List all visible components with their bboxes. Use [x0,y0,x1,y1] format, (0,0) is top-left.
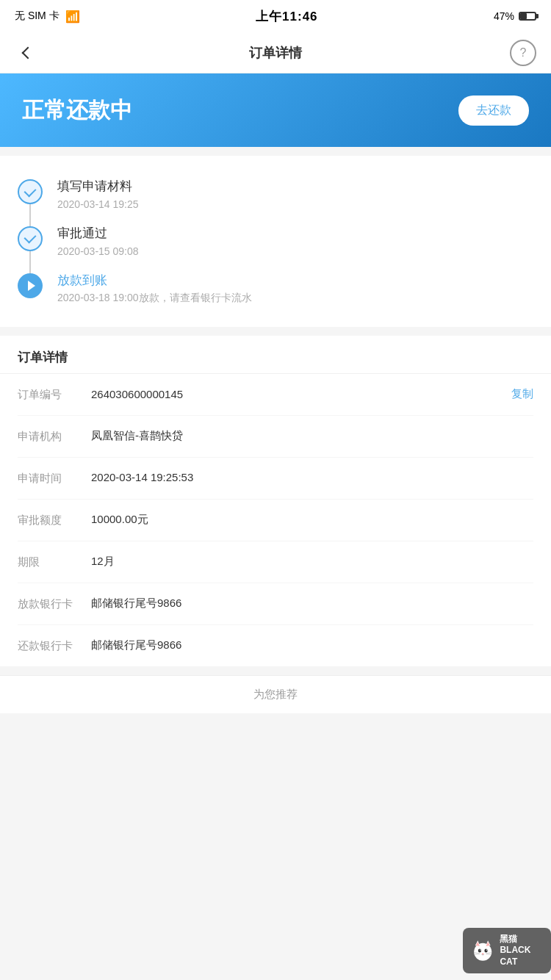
help-button[interactable]: ? [510,40,536,66]
label-term: 期限 [18,555,91,569]
label-approved-amount: 审批额度 [18,513,91,527]
svg-point-8 [486,949,487,950]
status-carrier: 无 SIM 卡 📶 [15,10,80,24]
timeline-item-1: 填写申请材料 2020-03-14 19:25 [18,170,533,217]
back-arrow-icon [22,46,35,59]
nav-bar: 订单详情 ? [0,32,551,73]
value-loan-card: 邮储银行尾号9866 [91,597,533,610]
detail-row-term: 期限 12月 [18,541,533,583]
value-order-id: 264030600000145 [91,388,503,400]
status-banner: 正常还款中 去还款 [0,73,551,147]
cat-icon [470,936,495,965]
svg-point-5 [478,948,481,952]
timeline-section: 填写申请材料 2020-03-14 19:25 审批通过 2020-03-15 … [0,156,551,327]
timeline-content-1: 填写申请材料 2020-03-14 19:25 [57,178,533,210]
timeline-content-3: 放款到账 2020-03-18 19:00放款，请查看银行卡流水 [57,272,533,306]
timeline-title-1: 填写申请材料 [57,178,533,195]
label-loan-card: 放款银行卡 [18,597,91,611]
watermark: 黑猫BLACK CAT [463,921,551,980]
timeline-icon-2 [18,226,43,251]
carrier-text: 无 SIM 卡 [15,10,60,23]
status-battery: 47% [494,10,536,22]
check-icon-2 [24,231,37,244]
timeline-item-3: 放款到账 2020-03-18 19:00放款，请查看银行卡流水 [18,264,533,313]
timeline-date-1: 2020-03-14 19:25 [57,198,533,210]
watermark-text: 黑猫BLACK CAT [500,934,544,968]
timeline-title-3: 放款到账 [57,272,533,289]
battery-percent: 47% [494,10,514,22]
svg-point-6 [484,948,487,952]
value-apply-time: 2020-03-14 19:25:53 [91,471,533,483]
battery-icon [519,12,536,21]
label-repay-card: 还款银行卡 [18,638,91,653]
order-detail-rows: 订单编号 264030600000145 复制 申请机构 凤凰智信-喜鹊快贷 申… [0,374,551,666]
value-term: 12月 [91,555,533,569]
order-detail-section: 订单详情 订单编号 264030600000145 复制 申请机构 凤凰智信-喜… [0,336,551,666]
label-institution: 申请机构 [18,429,91,444]
detail-row-institution: 申请机构 凤凰智信-喜鹊快贷 [18,416,533,458]
timeline-date-3: 2020-03-18 19:00放款，请查看银行卡流水 [57,292,533,305]
svg-point-7 [480,949,480,950]
arrow-right-icon [28,281,35,291]
timeline-content-2: 审批通过 2020-03-15 09:08 [57,225,533,257]
timeline-icon-1 [18,179,43,204]
label-order-id: 订单编号 [18,387,91,402]
status-bar: 无 SIM 卡 📶 上午11:46 47% [0,0,551,32]
repay-button[interactable]: 去还款 [458,96,529,126]
detail-row-order-id: 订单编号 264030600000145 复制 [18,374,533,416]
timeline-icon-3 [18,273,43,298]
label-apply-time: 申请时间 [18,471,91,486]
value-institution: 凤凰智信-喜鹊快贷 [91,429,533,443]
value-repay-card: 邮储银行尾号9866 [91,638,533,652]
back-button[interactable] [15,40,41,66]
wifi-icon: 📶 [65,10,80,24]
order-detail-header: 订单详情 [0,336,551,374]
detail-row-apply-time: 申请时间 2020-03-14 19:25:53 [18,458,533,500]
value-approved-amount: 10000.00元 [91,513,533,527]
detail-row-repay-card: 还款银行卡 邮储银行尾号9866 [18,625,533,666]
banner-title: 正常还款中 [22,96,132,126]
recommend-footer: 为您推荐 [0,675,551,713]
timeline-title-2: 审批通过 [57,225,533,242]
status-time: 上午11:46 [256,8,317,25]
timeline-item-2: 审批通过 2020-03-15 09:08 [18,217,533,264]
detail-row-loan-card: 放款银行卡 邮储银行尾号9866 [18,583,533,625]
svg-point-9 [482,953,484,954]
copy-order-id-button[interactable]: 复制 [511,387,533,401]
timeline-date-2: 2020-03-15 09:08 [57,245,533,257]
help-icon: ? [520,46,527,60]
page-title: 订单详情 [249,44,302,62]
recommend-label: 为您推荐 [253,688,298,700]
watermark-content: 黑猫BLACK CAT [463,928,551,974]
check-icon-1 [24,184,37,197]
detail-row-approved-amount: 审批额度 10000.00元 [18,500,533,541]
